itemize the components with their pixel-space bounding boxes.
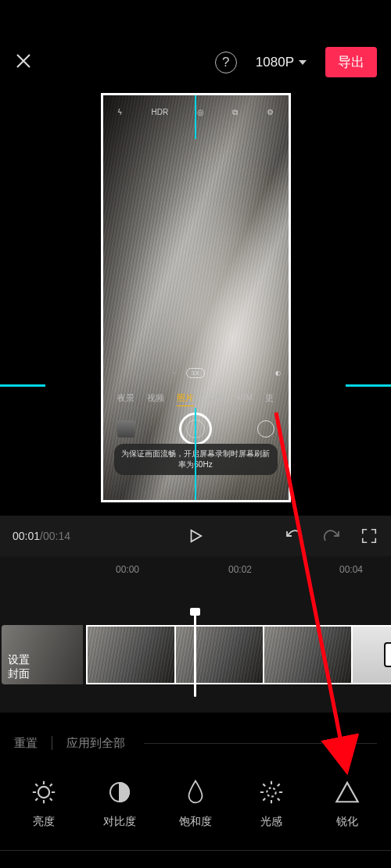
fullscreen-button[interactable]: [360, 527, 378, 545]
svg-point-2: [267, 788, 275, 796]
chevron-down-icon: [299, 60, 307, 65]
camera-mode-row: 夜景 视频 照片 人像 48M 更: [103, 392, 289, 406]
clip-strip[interactable]: +: [86, 625, 391, 684]
hdr-label: HDR: [151, 108, 168, 117]
playhead[interactable]: [194, 613, 196, 697]
preview-frame[interactable]: ϟ HDR ◎ ⧉ ⚙ · 1X · ◐ 夜景 视频 照片 人像 48M 更 为…: [101, 93, 291, 502]
adjust-light-sense[interactable]: 光感: [233, 777, 309, 834]
timeline[interactable]: 00:00 00:02 00:04 设置 封面 +: [0, 556, 391, 713]
gallery-thumbnail-icon: [117, 420, 135, 438]
adjust-label: 锐化: [336, 815, 358, 829]
redo-button[interactable]: [322, 527, 341, 545]
adjust-saturation[interactable]: 饱和度: [158, 777, 234, 834]
guide-line-bottom: [195, 408, 196, 500]
total-time: 00:14: [43, 530, 70, 542]
focus-frame-icon: ◎: [197, 108, 204, 117]
adjust-contrast[interactable]: 对比度: [82, 777, 158, 834]
zoom-dot-right: ·: [216, 370, 217, 377]
ruler-tick: 00:02: [228, 564, 252, 575]
cover-label-line2: 封面: [8, 667, 77, 681]
zoom-dot-left: ·: [174, 370, 175, 377]
help-button[interactable]: ?: [215, 52, 237, 73]
switch-lens-icon: ◐: [275, 370, 281, 377]
guide-line-left: [0, 384, 45, 387]
timecode: 00:01/00:14: [13, 530, 70, 542]
clip-thumbnail[interactable]: [176, 627, 264, 683]
plus-icon: +: [384, 642, 392, 667]
adjust-label: 亮度: [33, 815, 55, 829]
guide-line-right: [346, 384, 391, 387]
undo-button[interactable]: [285, 527, 303, 545]
sun-outline-icon: [29, 777, 59, 807]
slider-track: [144, 743, 377, 744]
sun-dotted-icon: [256, 777, 286, 807]
camera-mode-active: 照片: [177, 392, 194, 406]
adjustments-row: 亮度 对比度 饱和度 光感 锐化: [0, 770, 391, 841]
water-drop-icon: [181, 777, 210, 807]
resolution-dropdown[interactable]: 1080P: [248, 50, 314, 75]
export-button[interactable]: 导出: [325, 47, 377, 77]
resolution-label: 1080P: [256, 55, 294, 70]
reset-button[interactable]: 重置: [14, 736, 38, 751]
ruler-tick: 00:04: [339, 564, 363, 575]
divider: [52, 736, 52, 750]
play-button[interactable]: [186, 527, 205, 545]
camera-zoom-row: · 1X · ◐: [103, 368, 289, 378]
timeline-ruler: 00:00 00:02 00:04: [0, 556, 391, 570]
playback-bar: 00:01/00:14: [0, 516, 391, 556]
svg-point-0: [38, 787, 49, 798]
clip-thumbnail[interactable]: [88, 627, 176, 683]
ruler-tick: 00:00: [116, 564, 139, 575]
close-button[interactable]: [14, 52, 33, 73]
add-clip-button[interactable]: +: [353, 627, 391, 683]
clip-thumbnail[interactable]: [264, 627, 353, 683]
guide-line-top: [195, 95, 196, 139]
cover-label-line1: 设置: [8, 653, 77, 667]
zoom-level: 1X: [186, 368, 205, 378]
adjust-sharpen[interactable]: 锐化: [309, 777, 385, 834]
adjust-brightness[interactable]: 亮度: [6, 777, 82, 834]
gear-icon: ⚙: [267, 108, 274, 117]
camera-mode: 视频: [147, 392, 164, 406]
set-cover-button[interactable]: 设置 封面: [2, 625, 83, 684]
camera-mode: 人像: [206, 392, 224, 406]
camera-flip-icon: [257, 420, 274, 438]
preview-area: ϟ HDR ◎ ⧉ ⚙ · 1X · ◐ 夜景 视频 照片 人像 48M 更 为…: [0, 88, 391, 508]
adjust-label: 对比度: [103, 815, 136, 829]
adjust-label: 饱和度: [179, 815, 212, 829]
camera-mode: 夜景: [117, 392, 135, 406]
options-row: 重置 应用到全部: [0, 727, 391, 759]
half-circle-icon: [105, 777, 135, 807]
current-time: 00:01: [13, 530, 40, 542]
bottom-divider: [0, 850, 391, 851]
top-bar: ? 1080P 导出: [0, 33, 391, 85]
flash-off-icon: ϟ: [117, 108, 123, 117]
camera-mode: 48M: [236, 392, 253, 406]
adjust-label: 光感: [260, 815, 282, 829]
triangle-icon: [332, 777, 362, 807]
apply-all-button[interactable]: 应用到全部: [66, 736, 125, 751]
overlap-circles-icon: ⧉: [232, 108, 238, 117]
camera-mode: 更: [265, 392, 274, 406]
